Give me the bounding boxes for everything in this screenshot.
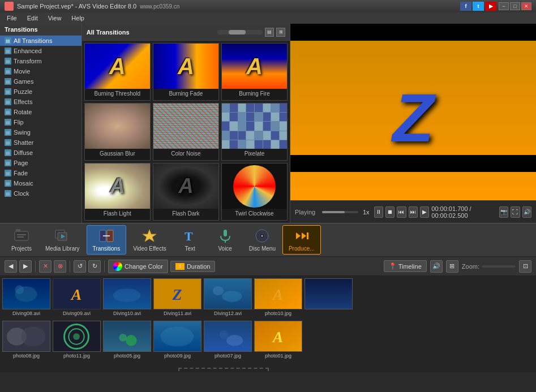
media-item-photo-blue[interactable] (305, 278, 353, 316)
volume-button[interactable]: 🔊 (522, 206, 531, 218)
menu-edit[interactable]: Edit (23, 14, 42, 23)
zoom-fit[interactable]: ⊡ (519, 260, 531, 273)
svg-text:A: A (272, 286, 283, 303)
video-effects-button[interactable]: Video Effects (127, 226, 172, 254)
projects-button[interactable]: Projects (5, 226, 38, 254)
media-item-trans-a1[interactable]: A Diving09.avi (53, 278, 101, 316)
play-forward-button[interactable]: ▶ (420, 206, 429, 218)
prev-frame-button[interactable]: ⏮ (397, 206, 406, 218)
transitions-grid: A Burning Threshold A Burning Fade A Bur… (82, 41, 290, 223)
transitions-tool-button[interactable]: Transitions (87, 225, 127, 255)
sidebar-item-transform[interactable]: ▤ Transform (0, 56, 82, 66)
text-button[interactable]: T Text (173, 226, 207, 254)
sidebar-item-movie[interactable]: ▤ Movie (0, 66, 82, 76)
storyboard-view[interactable]: ⊞ (446, 260, 458, 273)
voice-button[interactable]: Voice (208, 226, 242, 254)
transition-flash-dark[interactable]: A Flash Dark (153, 163, 219, 221)
media-item-photo08[interactable]: photo08.jpg (2, 321, 50, 359)
media-item-photo01[interactable]: A photo01.jpg (254, 321, 302, 359)
media-item-diving12[interactable]: Diving12.avi (204, 278, 252, 316)
transition-twirl-clockwise[interactable]: Twirl Clockwise (221, 163, 288, 221)
media-item-diving10[interactable]: Diving10.avi (103, 278, 151, 316)
transition-burning-threshold[interactable]: A Burning Threshold (84, 43, 151, 101)
transition-label: Twirl Clockwise (222, 209, 287, 218)
sidebar-item-diffuse[interactable]: ▤ Diffuse (0, 148, 82, 158)
remove-button[interactable]: ⊗ (54, 260, 66, 273)
svg-point-43 (126, 335, 137, 346)
sidebar-item-clock[interactable]: ▤ Clock (0, 188, 82, 199)
facebook-icon[interactable]: f (460, 2, 471, 11)
media-item-photo07[interactable]: photo07.jpg (204, 321, 252, 359)
sidebar-item-fade[interactable]: ▤ Fade (0, 168, 82, 178)
drop-zone[interactable]: Drag media items here. (178, 368, 269, 372)
transition-burning-fade[interactable]: A Burning Fade (153, 43, 219, 101)
transition-gaussian-blur[interactable]: Gaussian Blur (84, 103, 151, 161)
sidebar-item-all-transitions[interactable]: ▤ All Transitions (0, 36, 82, 46)
undo-button[interactable]: ↺ (74, 260, 86, 273)
media-item-diving08[interactable]: Diving08.avi (2, 278, 50, 316)
menu-file[interactable]: File (2, 14, 22, 23)
timeline-button[interactable]: 📍 Timeline (384, 260, 427, 272)
media-library-button[interactable]: Media Library (40, 226, 85, 254)
sidebar-item-shatter[interactable]: ▤ Shatter (0, 137, 82, 148)
sidebar-item-page[interactable]: ▤ Page (0, 158, 82, 168)
sidebar-item-rotate[interactable]: ▤ Rotate (0, 107, 82, 117)
media-item-photo09[interactable]: photo09.jpg (153, 321, 201, 359)
fullscreen-button[interactable]: ⛶ (511, 206, 520, 218)
svg-point-22 (15, 285, 24, 294)
transition-burning-fire[interactable]: A Burning Fire (221, 43, 288, 101)
media-area: Diving08.avi A Diving09.avi Diving10.avi (0, 276, 536, 372)
transition-label: Color Noise (153, 149, 218, 158)
transition-flash-light[interactable]: A Flash Light (84, 163, 151, 221)
preview-letter-z: Z (392, 79, 434, 157)
media-library-icon (54, 228, 70, 244)
speed-thumb[interactable] (322, 211, 345, 213)
sidebar-item-flip[interactable]: ▤ Flip (0, 117, 82, 127)
sidebar-item-mosaic[interactable]: ▤ Mosaic (0, 178, 82, 188)
folder-icon: ▤ (5, 180, 11, 187)
sidebar-item-enhanced[interactable]: ▤ Enhanced (0, 46, 82, 56)
redo-button[interactable]: ↻ (88, 260, 101, 273)
folder-icon: ▤ (5, 58, 11, 64)
separator (104, 261, 105, 272)
sidebar-item-puzzle[interactable]: ▤ Puzzle (0, 87, 82, 97)
forward-button[interactable]: ▶ (19, 260, 32, 273)
zoom-track[interactable] (482, 265, 516, 268)
duration-label: Duration (187, 263, 211, 270)
scroll-thumb[interactable] (229, 30, 246, 35)
view-large-button[interactable]: ⊞ (276, 28, 285, 37)
media-row-3: A ▷ Drag media items here. (0, 361, 536, 372)
menu-help[interactable]: Help (67, 14, 89, 23)
close-button[interactable]: ✕ (521, 2, 531, 10)
delete-button[interactable]: ✕ (39, 260, 52, 273)
sidebar-item-swing[interactable]: ▤ Swing (0, 127, 82, 137)
transition-pixelate[interactable]: Pixelate (221, 103, 288, 161)
sidebar-item-games[interactable]: ▤ Games (0, 76, 82, 87)
media-item-trans-z1[interactable]: Z Diving11.avi (153, 278, 201, 316)
duration-button[interactable]: ⧖ Duration (170, 261, 216, 272)
back-button[interactable]: ◀ (5, 260, 17, 273)
stop-button[interactable]: ⏹ (385, 206, 395, 218)
zoom-label: Zoom: (462, 263, 479, 270)
minimize-button[interactable]: − (499, 2, 509, 10)
next-frame-button[interactable]: ⏭ (409, 206, 418, 218)
youtube-icon[interactable]: ▶ (485, 2, 496, 11)
media-item-photo11[interactable]: photo11.jpg (53, 321, 101, 359)
media-item-photo05[interactable]: photo05.jpg (103, 321, 151, 359)
maximize-button[interactable]: □ (510, 2, 520, 10)
disc-menu-button[interactable]: Disc Menu (243, 226, 281, 254)
change-color-button[interactable]: Change Color (108, 260, 168, 273)
view-small-button[interactable]: ▤ (265, 28, 274, 37)
snapshot-button[interactable]: 📷 (499, 206, 508, 218)
twitter-icon[interactable]: t (473, 2, 484, 11)
volume-control[interactable]: 🔊 (430, 260, 443, 273)
transition-color-noise[interactable]: Color Noise (153, 103, 219, 161)
transitions-list: ▤ All Transitions ▤ Enhanced ▤ Transform… (0, 36, 82, 223)
sidebar-item-effects[interactable]: ▤ Effects (0, 97, 82, 107)
transition-thumb: A (222, 44, 287, 89)
separator (35, 261, 36, 272)
play-pause-button[interactable]: ⏸ (374, 206, 383, 218)
media-item-photo10[interactable]: A photo10.jpg (254, 278, 302, 316)
menu-view[interactable]: View (44, 14, 66, 23)
produce-button[interactable]: Produce... (282, 225, 321, 255)
